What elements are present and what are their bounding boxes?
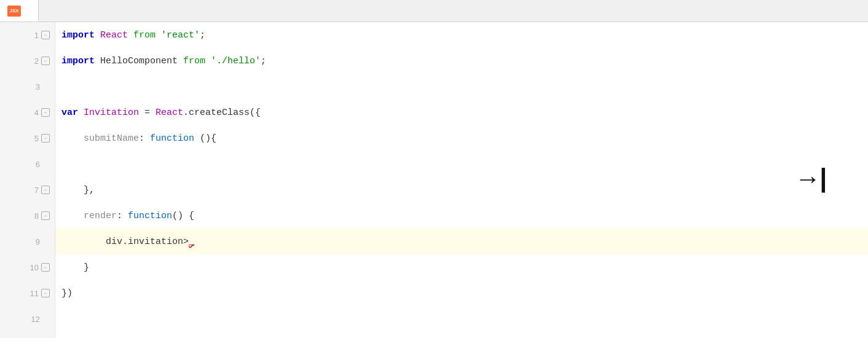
line-number: 9 xyxy=(29,237,40,246)
fold-indicator[interactable]: − xyxy=(41,289,50,297)
code-line[interactable] xyxy=(61,306,868,332)
token-kw-function: function xyxy=(128,211,172,221)
token-plain: () { xyxy=(172,211,194,221)
token-kw-function: function xyxy=(150,133,194,144)
token-plain: }) xyxy=(61,288,73,299)
token-plain: (){ xyxy=(194,133,216,144)
gutter-line: 12 xyxy=(0,306,55,332)
gutter-line: 7 − xyxy=(0,177,55,203)
editor-window: JSX 1 − 2 − 3 4 − 5 − 6 7 − 8 − 9 10 − 1… xyxy=(0,0,868,338)
token-plain: : xyxy=(117,211,128,221)
code-line[interactable]: }, xyxy=(61,177,868,203)
token-kw-import: import xyxy=(61,30,95,41)
line-number: 3 xyxy=(29,82,40,92)
fold-indicator[interactable]: − xyxy=(41,211,50,220)
token-str: 'react' xyxy=(161,30,200,41)
line-number: 1 xyxy=(28,31,39,40)
token-plain xyxy=(95,30,100,41)
line-number: 10 xyxy=(28,263,39,272)
token-plain xyxy=(205,56,211,66)
code-line[interactable]: render: function() { xyxy=(61,203,868,229)
gutter-line: 11 − xyxy=(0,280,55,306)
token-plain xyxy=(156,30,161,41)
gutter-line: 8 − xyxy=(0,203,55,229)
gutter-line: 1 − xyxy=(0,22,55,48)
line-number: 5 xyxy=(28,134,39,143)
fold-indicator[interactable]: − xyxy=(41,31,50,39)
code-area: 1 − 2 − 3 4 − 5 − 6 7 − 8 − 9 10 − 11 − … xyxy=(0,22,868,338)
code-line[interactable]: submitName: function (){ xyxy=(61,125,868,151)
gutter-line: 9 xyxy=(0,229,55,254)
gutter-line: 3 xyxy=(0,74,55,100)
code-lines[interactable]: import React from 'react';import HelloCo… xyxy=(55,22,868,338)
jsx-icon: JSX xyxy=(7,6,21,17)
token-kw-import: import xyxy=(61,56,95,66)
code-line[interactable]: } xyxy=(61,254,868,280)
line-number: 7 xyxy=(28,186,39,195)
line-number: 4 xyxy=(28,108,39,117)
fold-indicator[interactable]: − xyxy=(41,108,50,117)
line-number: 12 xyxy=(29,315,40,324)
code-line[interactable]: import React from 'react'; xyxy=(61,22,868,48)
code-line[interactable] xyxy=(61,74,868,100)
fold-indicator[interactable]: − xyxy=(41,57,50,65)
token-cls: React xyxy=(100,30,128,41)
token-plain: .createClass({ xyxy=(183,108,261,118)
token-plain: ; xyxy=(200,30,205,41)
code-line[interactable]: var Invitation = React.createClass({ xyxy=(61,100,868,125)
fold-indicator[interactable]: − xyxy=(41,263,50,272)
tab-bar: JSX xyxy=(0,0,868,22)
token-plain: } xyxy=(61,262,89,273)
token-plain: : xyxy=(139,133,150,144)
token-kw-from: from xyxy=(183,56,205,66)
token-plain: = xyxy=(139,108,156,118)
token-kw-var: var xyxy=(61,108,78,118)
line-number: 2 xyxy=(28,57,39,66)
token-kw-from: from xyxy=(133,30,156,41)
gutter-line: 6 xyxy=(0,151,55,177)
line-number: 11 xyxy=(28,289,39,298)
token-plain: ; xyxy=(261,56,266,66)
code-line[interactable] xyxy=(61,151,868,177)
squiggly-error: _ xyxy=(189,237,194,247)
fold-indicator[interactable]: − xyxy=(41,186,50,194)
token-cls: Invitation xyxy=(84,108,139,118)
file-tab[interactable]: JSX xyxy=(0,0,39,22)
gutter-line: 4 − xyxy=(0,100,55,125)
token-plain xyxy=(128,30,133,41)
gutter-line: 2 − xyxy=(0,48,55,74)
code-line[interactable]: import HelloComponent from './hello'; xyxy=(61,48,868,74)
token-plain xyxy=(78,108,84,118)
token-cls: React xyxy=(156,108,183,118)
token-plain: HelloComponent xyxy=(95,56,183,66)
line-number: 6 xyxy=(29,160,40,169)
gutter-line: 5 − xyxy=(0,125,55,151)
token-str: './hello' xyxy=(211,56,261,66)
fold-indicator[interactable]: − xyxy=(41,134,50,143)
line-number: 8 xyxy=(28,211,39,221)
token-plain: div.invitation> xyxy=(61,237,189,247)
gutter-line: 10 − xyxy=(0,254,55,280)
token-prop: render xyxy=(61,211,117,221)
token-prop: submitName xyxy=(61,133,139,144)
gutter: 1 − 2 − 3 4 − 5 − 6 7 − 8 − 9 10 − 11 − … xyxy=(0,22,55,338)
code-line[interactable]: }) xyxy=(61,280,868,306)
code-line[interactable]: div.invitation>_ xyxy=(55,229,868,254)
token-plain: }, xyxy=(61,185,95,195)
